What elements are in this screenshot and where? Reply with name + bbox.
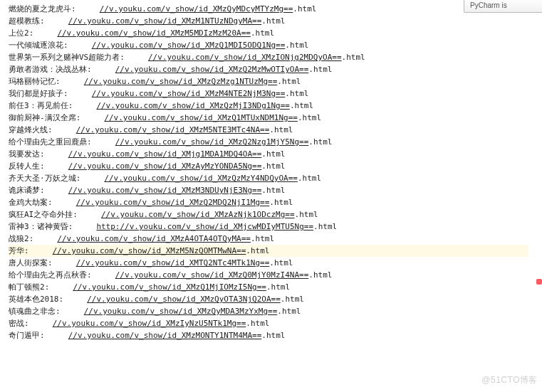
output-line: 我们都是好孩子: //v.youku.com/v_show/id_XMzM4NT… bbox=[9, 88, 542, 100]
separator: : bbox=[45, 282, 73, 292]
line-ext: .html bbox=[277, 77, 301, 86]
line-url[interactable]: //v.youku.com/v_show/id_XMzM3NDUyNjE3Ng=… bbox=[68, 186, 262, 195]
watermark: @51CTO博客 bbox=[481, 374, 538, 386]
separator: : bbox=[48, 125, 76, 134]
line-url[interactable]: //v.youku.com/v_show/id_XMjg1MDA1MDQ4OA=… bbox=[68, 149, 262, 159]
line-title: 反转人生 bbox=[9, 161, 40, 171]
line-title: 雷神3：诸神黄昏 bbox=[9, 222, 68, 231]
line-title: 我们都是好孩子 bbox=[9, 89, 63, 98]
output-line: 反转人生: //v.youku.com/v_show/id_XMzAyMzYON… bbox=[9, 160, 542, 172]
separator: : bbox=[68, 222, 97, 231]
line-ext: .html bbox=[261, 161, 285, 171]
separator: : bbox=[40, 149, 68, 159]
line-ext: .html bbox=[290, 101, 313, 110]
line-title: 奇门遁甲 bbox=[9, 331, 40, 340]
separator: : bbox=[48, 258, 76, 267]
separator: : bbox=[76, 113, 105, 122]
line-url[interactable]: //v.youku.com/v_show/id_XMzQzMjI3NDg1Ng=… bbox=[96, 101, 290, 110]
output-line: 御前厨神-满汉全席: //v.youku.com/v_show/id_XMzQ1… bbox=[9, 112, 542, 124]
output-line: 英雄本色2018: //v.youku.com/v_show/id_XMzQyO… bbox=[9, 293, 542, 305]
output-line: 诡床谲梦: //v.youku.com/v_show/id_XMzM3NDUyN… bbox=[9, 184, 542, 196]
separator: : bbox=[120, 53, 148, 62]
output-line: 超模教练: //v.youku.com/v_show/id_XMzM1NTUzN… bbox=[9, 15, 542, 27]
line-ext: .html bbox=[285, 41, 308, 50]
line-url[interactable]: //v.youku.com/v_show/id_XMzM1NTUzNDgyMA=… bbox=[68, 16, 262, 26]
line-url[interactable]: //v.youku.com/v_show/id_XMzM5NzQOMTMwNA=… bbox=[53, 246, 246, 255]
line-url[interactable]: //v.youku.com/v_show/id_XMzQ1MDI5ODQ1Ng=… bbox=[92, 41, 286, 50]
line-url[interactable]: //v.youku.com/v_show/id_XMzQzMzg1NTUzMg=… bbox=[84, 77, 278, 86]
line-url[interactable]: //v.youku.com/v_show/id_XMTQ2NTc4MTk1Ng=… bbox=[76, 258, 270, 267]
line-ext: .html bbox=[281, 295, 304, 304]
line-ext: .html bbox=[298, 113, 321, 122]
separator: : bbox=[87, 137, 115, 147]
line-title: 御前厨神-满汉全席 bbox=[9, 113, 76, 122]
line-url[interactable]: //v.youku.com/v_show/id_XMzQ2MzMwOTIyOA=… bbox=[115, 65, 309, 74]
line-url[interactable]: //v.youku.com/v_show/id_XMzIONjg2MDQyOA=… bbox=[148, 53, 342, 62]
line-url[interactable]: //v.youku.com/v_show/id_XMzM4NTE2NjM3Ng=… bbox=[92, 89, 286, 98]
line-ext: .html bbox=[277, 307, 301, 316]
output-line: 勇敢者游戏：决战丛林: //v.youku.com/v_show/id_XMzQ… bbox=[9, 63, 542, 75]
line-ext: .html bbox=[285, 89, 308, 98]
line-ext: .html bbox=[261, 149, 285, 159]
line-title: 齐天大圣·万妖之城 bbox=[9, 174, 76, 183]
line-url[interactable]: //v.youku.com/v_show/id_XMzIyNzU5NTk1Mg=… bbox=[53, 319, 246, 328]
line-url[interactable]: //v.youku.com/v_show/id_XMzA4OTA4OTQyMA=… bbox=[57, 234, 251, 243]
separator: : bbox=[40, 16, 68, 26]
line-ext: .html bbox=[261, 186, 285, 195]
line-ext: .html bbox=[261, 331, 285, 340]
line-url[interactable]: //v.youku.com/v_show/id_XMzQzMzY4NDQyOA=… bbox=[104, 174, 298, 183]
line-ext: .html bbox=[269, 258, 293, 267]
line-url[interactable]: //v.youku.com/v_show/id_XMzQyMDA3MzYxMg=… bbox=[84, 307, 278, 316]
output-line: 给个理由先之重回鹿鼎: //v.youku.com/v_show/id_XMzQ… bbox=[9, 136, 542, 148]
line-url[interactable]: //v.youku.com/v_show/id_XMzQ1MTUxNDM1Ng=… bbox=[104, 113, 298, 122]
output-line: 一代倾城逐浪花: //v.youku.com/v_show/id_XMzQ1MD… bbox=[9, 39, 542, 51]
output-line: 上位2: //v.youku.com/v_show/id_XMzM5MDIzMz… bbox=[9, 27, 542, 39]
separator: : bbox=[73, 210, 101, 219]
line-title: 给个理由先之重回鹿鼎 bbox=[9, 137, 87, 147]
line-ext: .html bbox=[269, 198, 293, 207]
output-line: 穿越烽火线: //v.youku.com/v_show/id_XMzM5NTE3… bbox=[9, 124, 542, 136]
line-url[interactable]: //v.youku.com/v_show/id_XMzQ0MjY0MzI4NA=… bbox=[115, 270, 309, 280]
line-url[interactable]: //v.youku.com/v_show/id_XMzQ2Nzg1MjY5Ng=… bbox=[115, 137, 309, 147]
console-output: 燃烧的夏之龙虎斗: //v.youku.com/v_show/id_XMzQyM… bbox=[0, 0, 542, 341]
output-line: 我要发达: //v.youku.com/v_show/id_XMjg1MDA1M… bbox=[9, 148, 542, 160]
line-ext: .html bbox=[298, 174, 321, 183]
line-ext: .html bbox=[342, 53, 365, 62]
line-ext: .html bbox=[313, 222, 337, 231]
line-title: 上位2 bbox=[9, 28, 29, 38]
ide-hint-button[interactable]: PyCharm is bbox=[464, 0, 542, 13]
line-url[interactable]: //v.youku.com/v_show/id_XMzMONTY1NTM4MA=… bbox=[68, 331, 262, 340]
output-line: 齐天大圣·万妖之城: //v.youku.com/v_show/id_XMzQz… bbox=[9, 172, 542, 184]
output-line: 疯狂AI之夺命外挂: //v.youku.com/v_show/id_XMzAz… bbox=[9, 208, 542, 221]
output-line: 燃烧的夏之龙虎斗: //v.youku.com/v_show/id_XMzQyM… bbox=[9, 3, 542, 15]
output-line: 给个理由先之再点秋香: //v.youku.com/v_show/id_XMzQ… bbox=[9, 269, 542, 281]
line-url[interactable]: //v.youku.com/v_show/id_XMzQ1MjIOMzI5Ng=… bbox=[73, 282, 266, 292]
line-ext: .html bbox=[269, 125, 293, 134]
separator: : bbox=[63, 41, 92, 50]
separator: : bbox=[56, 307, 84, 316]
line-title: 给个理由先之再点秋香 bbox=[9, 270, 87, 280]
line-ext: .html bbox=[295, 210, 318, 219]
separator: : bbox=[29, 234, 58, 243]
separator: : bbox=[87, 270, 115, 280]
line-url[interactable]: //v.youku.com/v_show/id_XMzAzNjk1ODczMg=… bbox=[101, 210, 295, 219]
separator: : bbox=[40, 331, 68, 340]
line-url[interactable]: //v.youku.com/v_show/id_XMzQyOTA3NjQ2OA=… bbox=[87, 295, 281, 304]
separator: : bbox=[24, 246, 53, 255]
line-title: 玛格丽特记忆 bbox=[9, 77, 56, 86]
line-url[interactable]: //v.youku.com/v_show/id_XMzQ2MDQ2NjI1Mg=… bbox=[76, 198, 270, 207]
output-line: 镇魂曲之非念: //v.youku.com/v_show/id_XMzQyMDA… bbox=[9, 305, 542, 317]
line-url[interactable]: //v.youku.com/v_show/id_XMzM5NTE3MTc4NA=… bbox=[76, 125, 270, 134]
line-title: 前任3：再见前任 bbox=[9, 101, 68, 110]
line-url[interactable]: //v.youku.com/v_show/id_XMzQyMDcyMTYzMg=… bbox=[100, 4, 293, 14]
separator: : bbox=[40, 186, 68, 195]
line-url[interactable]: //v.youku.com/v_show/id_XMzAyMzYONDA5Ng=… bbox=[68, 161, 262, 171]
scrollbar-marker[interactable] bbox=[536, 279, 542, 285]
output-line: 前任3：再见前任: //v.youku.com/v_show/id_XMzQzM… bbox=[9, 100, 542, 112]
line-url[interactable]: http://v.youku.com/v_show/id_XMjcwMDIyMT… bbox=[96, 222, 313, 231]
line-ext: .html bbox=[308, 65, 332, 74]
output-line: 帕丁顿熊2: //v.youku.com/v_show/id_XMzQ1MjIO… bbox=[9, 281, 542, 293]
line-title: 世界第一系列之赌神VS超能力者 bbox=[9, 53, 120, 62]
line-url[interactable]: //v.youku.com/v_show/id_XMzM5MDIzMzM20A=… bbox=[57, 28, 251, 38]
line-title: 超模教练 bbox=[9, 16, 40, 26]
